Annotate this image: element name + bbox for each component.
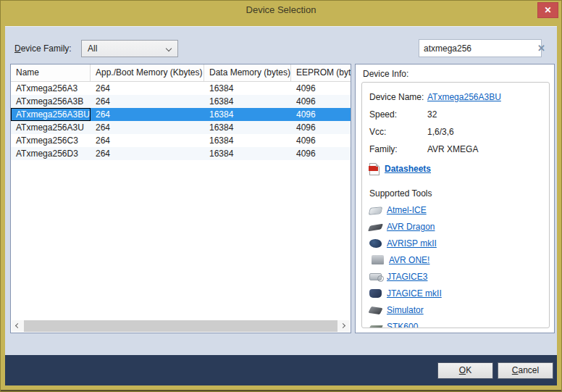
tool-item: Atmel-ICE <box>369 201 542 218</box>
close-icon: ✕ <box>544 5 551 15</box>
cell-eeprom: 4096 <box>291 108 351 121</box>
cell-eeprom: 4096 <box>291 95 351 108</box>
atmel-ice-link[interactable]: Atmel-ICE <box>387 205 427 215</box>
device-family-label: Device Family: <box>14 43 72 54</box>
jtagice3-link[interactable]: JTAGICE3 <box>387 272 427 282</box>
tool-item: AVRISP mkII <box>369 235 542 251</box>
jtagice-mkii-link[interactable]: JTAGICE mkII <box>387 288 442 299</box>
speed-value: 32 <box>427 109 542 120</box>
cell-app-boot: 264 <box>91 108 204 121</box>
cell-app-boot: 264 <box>91 134 204 147</box>
pdf-icon <box>369 163 379 175</box>
family-label: Family: <box>369 144 427 154</box>
table-row[interactable]: ATxmega256A3B 264 16384 4096 <box>11 95 351 108</box>
jtagice3-icon <box>369 273 382 280</box>
tool-item: STK600 <box>369 318 542 328</box>
jtagice-mkii-icon <box>369 289 382 298</box>
device-name-label: Device Name: <box>369 92 427 102</box>
scroll-left-icon[interactable] <box>12 320 23 332</box>
cell-app-boot: 264 <box>91 82 204 95</box>
table-row[interactable]: ATxmega256D3 264 16384 4096 <box>11 147 351 160</box>
simulator-icon <box>368 306 382 314</box>
cell-app-boot: 264 <box>91 147 204 160</box>
vcc-value: 1,6/3,6 <box>427 127 542 137</box>
device-search-box: ✕ <box>419 39 542 57</box>
cell-data-memory: 16384 <box>204 121 291 134</box>
cell-name: ATxmega256C3 <box>11 134 91 147</box>
cell-data-memory: 16384 <box>204 108 291 121</box>
device-info-box: Device Name: ATxmega256A3BU Speed: 32 Vc… <box>361 82 550 328</box>
table-row[interactable]: ATxmega256C3 264 16384 4096 <box>11 134 351 147</box>
table-row[interactable]: ATxmega256A3U 264 16384 4096 <box>11 121 351 134</box>
cell-data-memory: 16384 <box>204 95 291 108</box>
scrollbar-thumb[interactable] <box>24 320 337 332</box>
family-value: AVR XMEGA <box>427 144 542 154</box>
chevron-down-icon <box>166 46 172 51</box>
cell-eeprom: 4096 <box>291 121 351 134</box>
table-row-selected[interactable]: ATxmega256A3BU 264 16384 4096 <box>11 108 351 121</box>
stk600-icon <box>368 325 383 328</box>
column-header-name[interactable]: Name <box>11 64 91 81</box>
tool-item: Simulator <box>369 301 542 318</box>
search-clear-icon[interactable]: ✕ <box>536 43 547 54</box>
cell-name: ATxmega256A3 <box>11 82 91 95</box>
cell-name: ATxmega256A3U <box>11 121 91 134</box>
cell-name: ATxmega256A3BU <box>11 108 91 121</box>
tool-item: AVR Dragon <box>369 218 542 235</box>
device-table: Name App./Boot Memory (Kbytes) Data Memo… <box>10 64 351 333</box>
device-family-dropdown[interactable]: All <box>81 40 178 57</box>
cell-app-boot: 264 <box>91 121 204 134</box>
close-button[interactable]: ✕ <box>537 2 558 18</box>
cell-data-memory: 16384 <box>204 134 291 147</box>
cell-app-boot: 264 <box>91 95 204 108</box>
atmel-ice-icon <box>369 207 383 215</box>
avrisp-mkii-icon <box>369 239 382 248</box>
datasheets-link[interactable]: Datasheets <box>385 164 431 174</box>
device-search-input[interactable] <box>424 43 536 54</box>
device-table-header: Name App./Boot Memory (Kbytes) Data Memo… <box>11 64 351 82</box>
column-header-app-boot-memory[interactable]: App./Boot Memory (Kbytes) <box>91 64 204 81</box>
ok-button[interactable]: OK <box>437 362 493 379</box>
avr-dragon-icon <box>368 224 383 232</box>
vcc-label: Vcc: <box>369 127 427 137</box>
cancel-button[interactable]: Cancel <box>498 362 553 379</box>
device-family-selected-value: All <box>88 43 97 54</box>
supported-tools-heading: Supported Tools <box>369 188 542 199</box>
column-header-eeprom[interactable]: EEPROM (bytes) <box>291 64 351 81</box>
cell-data-memory: 16384 <box>204 147 291 160</box>
scroll-right-icon[interactable] <box>338 320 350 332</box>
avr-one-link[interactable]: AVR ONE! <box>389 255 429 265</box>
cell-name: ATxmega256D3 <box>11 147 91 160</box>
tool-item: JTAGICE3 <box>369 268 542 285</box>
cell-eeprom: 4096 <box>291 82 351 95</box>
avr-dragon-link[interactable]: AVR Dragon <box>387 222 435 232</box>
horizontal-scrollbar[interactable] <box>12 320 350 332</box>
device-selection-dialog: Device Selection ✕ Device Family: All ✕ … <box>0 0 562 392</box>
tool-item: AVR ONE! <box>369 251 542 268</box>
cell-data-memory: 16384 <box>204 82 291 95</box>
speed-label: Speed: <box>369 109 427 120</box>
device-info-panel: Device Info: Device Name: ATxmega256A3BU… <box>355 64 555 333</box>
tool-item: JTAGICE mkII <box>369 285 542 301</box>
table-row[interactable]: ATxmega256A3 264 16384 4096 <box>11 82 351 95</box>
dialog-title: Device Selection <box>0 4 562 15</box>
stk600-link[interactable]: STK600 <box>387 322 418 329</box>
device-info-heading: Device Info: <box>363 69 408 79</box>
cell-eeprom: 4096 <box>291 147 351 160</box>
device-name-link[interactable]: ATxmega256A3BU <box>427 92 542 102</box>
column-header-data-memory[interactable]: Data Memory (bytes) <box>204 64 291 81</box>
simulator-link[interactable]: Simulator <box>387 305 424 315</box>
avrisp-mkii-link[interactable]: AVRISP mkII <box>387 238 437 249</box>
cell-eeprom: 4096 <box>291 134 351 147</box>
title-bar: Device Selection ✕ <box>0 0 562 22</box>
avr-one-icon <box>372 255 384 264</box>
cell-name: ATxmega256A3B <box>11 95 91 108</box>
